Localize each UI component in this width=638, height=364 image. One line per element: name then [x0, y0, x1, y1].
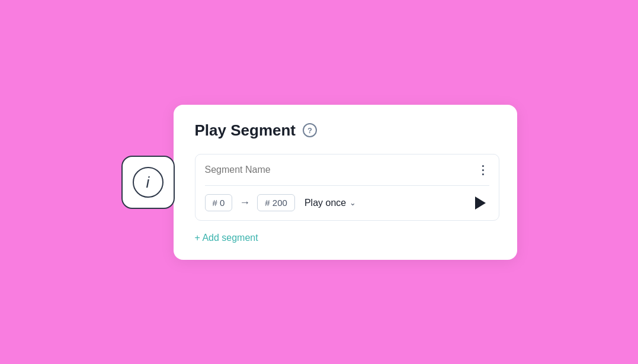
card-title: Play Segment — [195, 121, 296, 140]
segment-controls-row: # 0 → # 200 Play once ⌄ — [205, 194, 489, 212]
add-segment-button[interactable]: + Add segment — [195, 233, 258, 243]
arrow-icon: → — [239, 197, 250, 209]
frame-start-badge[interactable]: # 0 — [205, 194, 233, 211]
segment-name-input[interactable] — [205, 165, 477, 175]
frame-end-badge[interactable]: # 200 — [257, 194, 295, 211]
card-header: Play Segment ? — [195, 121, 499, 140]
help-icon-button[interactable]: ? — [303, 123, 317, 137]
info-icon: i — [146, 175, 150, 190]
info-circle: i — [133, 167, 163, 198]
help-icon-label: ? — [307, 126, 312, 135]
chevron-down-icon: ⌄ — [350, 198, 356, 207]
segment-name-row: ⋮ — [205, 163, 489, 186]
play-segment-card: Play Segment ? ⋮ # 0 → # 200 Play once ⌄ — [174, 105, 517, 260]
segment-row-container: ⋮ # 0 → # 200 Play once ⌄ — [195, 154, 499, 221]
scene: i Play Segment ? ⋮ # 0 → # 200 Pla — [121, 105, 517, 260]
info-icon-box: i — [121, 156, 175, 209]
play-mode-label: Play once — [304, 198, 346, 208]
play-triangle-icon — [475, 197, 486, 210]
more-options-button[interactable]: ⋮ — [477, 163, 489, 177]
play-mode-dropdown[interactable]: Play once ⌄ — [304, 198, 356, 208]
play-button[interactable] — [472, 194, 489, 212]
add-segment-label: + Add segment — [195, 233, 258, 243]
